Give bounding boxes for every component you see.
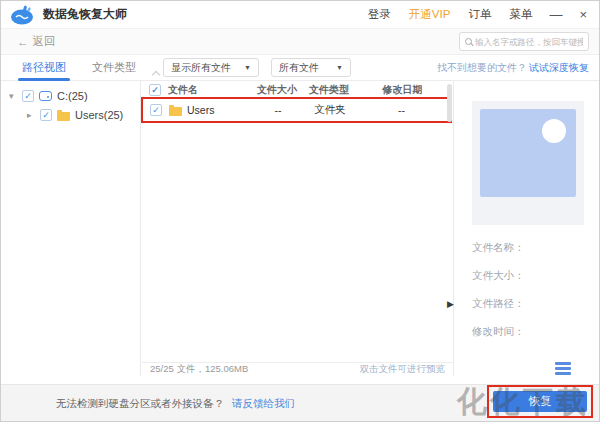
table-header: ✓ 文件名 文件大小 文件类型 修改日期 [142, 81, 453, 98]
row-file-type: 文件夹 [307, 103, 353, 117]
preview-placeholder [472, 101, 584, 225]
back-arrow-icon: ← [17, 36, 29, 48]
preview-tip: 双击文件可进行预览 [360, 363, 446, 376]
file-count-summary: 25/25 文件，125.06MB [150, 363, 248, 376]
back-button[interactable]: ← 返回 [17, 34, 56, 49]
deep-recovery-hint: 找不到想要的文件？试试深度恢复 [437, 61, 589, 75]
app-title: 数据兔恢复大师 [43, 6, 127, 23]
filter-bar: 路径视图 文件类型 显示所有文件 ▼ 所有文件 ▼ 找不到想要的文件？试试深度恢… [1, 55, 599, 81]
row-checkbox[interactable]: ✓ [150, 104, 162, 116]
menu-link[interactable]: 菜单 [509, 7, 532, 22]
file-name-label: 文件名称： [472, 241, 525, 255]
tree-item-label: Users(25) [75, 109, 123, 121]
order-link[interactable]: 订单 [468, 7, 491, 22]
titlebar: 数据兔恢复大师 登录 开通VIP 订单 菜单 — × [1, 1, 599, 29]
table-status-bar: 25/25 文件，125.06MB 双击文件可进行预览 [142, 362, 453, 376]
show-all-files-dropdown[interactable]: 显示所有文件 ▼ [163, 58, 259, 77]
main-content: ▾ ✓ C:(25) ▸ ✓ Users(25) ✓ 文件名 文件大小 文件类型… [1, 81, 600, 376]
checkbox-drive-c[interactable]: ✓ [22, 90, 34, 102]
tree-item-label: C:(25) [57, 90, 88, 102]
file-table: ✓ 文件名 文件大小 文件类型 修改日期 ✓ Users -- 文件夹 -- 2… [142, 81, 453, 376]
recover-button[interactable]: 恢复 [493, 391, 587, 412]
row-modified-date: -- [353, 104, 450, 116]
header-file-size: 文件大小 [248, 83, 306, 97]
tree-collapsed-icon[interactable]: ▸ [27, 110, 35, 120]
tab-file-type[interactable]: 文件类型 [87, 55, 141, 81]
feedback-link[interactable]: 请反馈给我们 [232, 397, 295, 411]
panel-toggle-icon[interactable]: ▶ [447, 299, 454, 309]
file-size-label: 文件大小： [472, 269, 525, 283]
app-window: 数据兔恢复大师 登录 开通VIP 订单 菜单 — × ← 返回 路径视图 文件类… [0, 0, 600, 422]
folder-icon [169, 107, 182, 116]
search-box [459, 32, 589, 51]
hint-question: 找不到想要的文件？ [437, 62, 527, 73]
tree-expanded-icon[interactable]: ▾ [9, 91, 17, 101]
file-type-value: 所有文件 [279, 61, 319, 75]
tree-item-drive-c[interactable]: ▾ ✓ C:(25) [1, 90, 140, 102]
toolbar: ← 返回 [1, 29, 599, 55]
table-row-users[interactable]: ✓ Users -- 文件夹 -- [141, 97, 452, 123]
device-question-text: 无法检测到硬盘分区或者外接设备？ [56, 397, 224, 411]
drive-icon [39, 91, 52, 101]
file-type-dropdown[interactable]: 所有文件 ▼ [271, 58, 351, 77]
header-file-name: 文件名 [168, 83, 248, 97]
select-all-checkbox[interactable]: ✓ [149, 84, 161, 96]
header-modified-date: 修改日期 [352, 83, 453, 97]
login-link[interactable]: 登录 [368, 7, 391, 22]
back-label: 返回 [33, 34, 56, 49]
preview-image-icon [480, 109, 576, 197]
vip-link[interactable]: 开通VIP [409, 7, 451, 22]
tab-path-view[interactable]: 路径视图 [17, 55, 71, 81]
modified-time-label: 修改时间： [472, 325, 525, 339]
search-icon [465, 38, 472, 45]
search-input[interactable] [475, 37, 583, 47]
row-file-size: -- [249, 104, 307, 116]
preview-circle-shape [542, 119, 566, 143]
close-button[interactable]: × [579, 1, 587, 29]
table-scrollbar[interactable] [447, 84, 452, 122]
folder-icon [57, 112, 70, 121]
header-file-type: 文件类型 [306, 83, 352, 97]
app-logo-icon [9, 5, 35, 25]
chevron-down-icon: ▼ [336, 64, 343, 71]
chevron-down-icon: ▼ [244, 64, 251, 71]
preview-panel: ▶ 文件名称： 文件大小： 文件路径： 修改时间： [453, 81, 600, 376]
show-all-files-value: 显示所有文件 [171, 61, 231, 75]
deep-recovery-link[interactable]: 试试深度恢复 [529, 62, 589, 73]
row-file-name: Users [187, 104, 214, 116]
file-path-label: 文件路径： [472, 297, 525, 311]
checkbox-users[interactable]: ✓ [40, 109, 52, 121]
minimize-button[interactable]: — [549, 1, 562, 29]
tree-item-users[interactable]: ▸ ✓ Users(25) [1, 109, 140, 121]
path-tree-panel: ▾ ✓ C:(25) ▸ ✓ Users(25) [1, 81, 141, 376]
